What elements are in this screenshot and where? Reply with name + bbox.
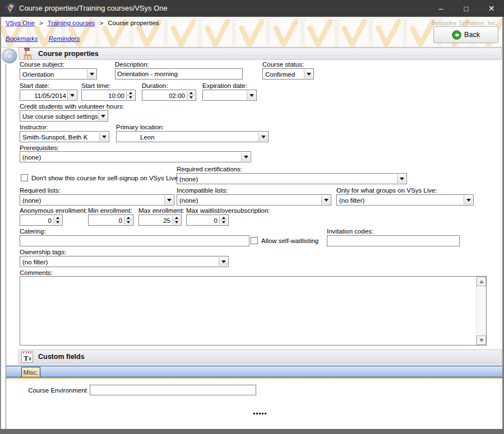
description-label: Description: xyxy=(115,61,149,68)
instructor-value: Smith-Sunspot, Beth K xyxy=(20,132,100,141)
window-border-left xyxy=(0,17,1,434)
dropdown-arrow-icon[interactable] xyxy=(321,195,330,204)
spin-up-icon[interactable] xyxy=(220,216,228,220)
course-subject-value: Orientation xyxy=(20,69,87,78)
minimize-button[interactable]: – xyxy=(428,0,454,17)
back-button[interactable]: Back xyxy=(433,26,498,43)
dropdown-arrow-icon[interactable] xyxy=(247,91,256,100)
prerequisites-select[interactable]: (none) xyxy=(20,151,251,162)
required-certifications-label: Required certifications: xyxy=(177,166,242,173)
invitation-codes-input[interactable] xyxy=(327,235,460,246)
course-subject-select[interactable]: Orientation xyxy=(20,68,97,80)
self-signup-checkbox-label[interactable]: Don't show this course for self-signup o… xyxy=(31,175,178,182)
spin-up-icon[interactable] xyxy=(187,91,195,95)
dropdown-arrow-icon[interactable] xyxy=(397,174,406,183)
spin-up-icon[interactable] xyxy=(173,216,181,220)
section-header-bar: Course properties xyxy=(19,48,502,60)
ownership-tags-select[interactable]: (no filter) xyxy=(20,256,229,267)
course-status-label: Course status: xyxy=(262,61,304,68)
anonymous-enrollment-spinner[interactable]: 0 xyxy=(20,214,63,226)
start-date-picker[interactable]: 11/05/2014 xyxy=(20,90,77,101)
spin-down-icon[interactable] xyxy=(187,95,195,100)
ownership-tags-label: Ownership tags: xyxy=(20,249,66,256)
comments-textarea[interactable] xyxy=(20,276,487,346)
spin-down-icon[interactable] xyxy=(127,95,135,100)
spin-up-icon[interactable] xyxy=(124,216,132,220)
groups-filter-value: (no filter) xyxy=(337,195,464,204)
course-environment-input[interactable] xyxy=(90,385,256,395)
bookmarks-link[interactable]: Bookmarks xyxy=(6,35,38,42)
breadcrumb-section-link[interactable]: Training courses xyxy=(48,20,95,26)
course-status-select[interactable]: Confirmed xyxy=(262,68,314,80)
course-environment-label: Course Environment xyxy=(20,387,87,394)
expiration-date-label: Expiration date: xyxy=(202,82,247,90)
credit-hours-select[interactable]: Use course subject settings xyxy=(20,110,108,122)
max-enrollment-label: Max enrollment: xyxy=(138,207,184,214)
spin-down-icon[interactable] xyxy=(220,220,228,225)
min-enrollment-spinner[interactable]: 0 xyxy=(88,214,133,226)
dropdown-arrow-icon[interactable] xyxy=(67,91,76,100)
spin-up-icon[interactable] xyxy=(127,91,135,95)
max-waitlist-label: Max waitlist/oversubscription: xyxy=(186,207,270,214)
description-input[interactable] xyxy=(115,68,243,80)
dropdown-arrow-icon[interactable] xyxy=(304,69,313,78)
dropdown-arrow-icon[interactable] xyxy=(258,132,267,141)
max-enrollment-spinner[interactable]: 25 xyxy=(138,214,182,226)
allow-self-waitlisting-label[interactable]: Allow self-waitlisting xyxy=(261,237,318,245)
incompatible-lists-select[interactable]: (none) xyxy=(177,194,331,206)
breadcrumb-separator: > xyxy=(39,20,43,26)
expiration-date-picker[interactable] xyxy=(202,90,257,101)
text-number-icon: T # xyxy=(21,351,33,363)
top-strip: VSys One > Training courses > Course pro… xyxy=(1,17,502,48)
anonymous-enrollment-label: Anonymous enrollment: xyxy=(20,207,87,214)
dropdown-arrow-icon[interactable] xyxy=(164,195,173,204)
allow-self-waitlisting-checkbox[interactable] xyxy=(251,237,258,244)
duration-spinner[interactable]: 02:00 xyxy=(142,90,196,101)
start-time-label: Start time: xyxy=(81,82,110,90)
credit-hours-label: Credit students with volunteer hours: xyxy=(20,103,124,110)
catering-input[interactable] xyxy=(20,235,249,246)
start-time-spinner[interactable]: 10:00 xyxy=(81,90,136,101)
dropdown-arrow-icon[interactable] xyxy=(241,152,250,161)
page-title: Course properties xyxy=(38,48,99,59)
self-signup-checkbox[interactable] xyxy=(21,174,28,181)
scroll-down-icon[interactable] xyxy=(477,335,486,345)
expiration-date-value xyxy=(203,90,247,92)
spin-up-icon[interactable] xyxy=(54,216,62,220)
quick-links: Bookmarks Reminders xyxy=(6,35,89,42)
comments-scrollbar[interactable] xyxy=(476,277,486,345)
spin-down-icon[interactable] xyxy=(54,220,62,225)
title-bar: Course properties/Training courses/VSys … xyxy=(0,0,504,17)
course-properties-window: Course properties/Training courses/VSys … xyxy=(0,0,504,434)
maximize-button[interactable]: □ xyxy=(454,0,479,17)
max-waitlist-spinner[interactable]: 0 xyxy=(186,214,229,226)
max-waitlist-value: 0 xyxy=(187,215,219,224)
instructor-select[interactable]: Smith-Sunspot, Beth K xyxy=(20,131,109,142)
required-lists-value: (none) xyxy=(20,195,165,204)
close-button[interactable]: ✕ xyxy=(479,0,504,17)
required-certifications-select[interactable]: (none) xyxy=(177,173,407,184)
dropdown-arrow-icon[interactable] xyxy=(98,111,107,120)
dropdown-arrow-icon[interactable] xyxy=(99,132,108,141)
grip-dots xyxy=(253,413,266,414)
tab-misc[interactable]: Misc. xyxy=(21,367,40,377)
back-button-label: Back xyxy=(464,31,480,39)
required-lists-select[interactable]: (none) xyxy=(20,194,174,206)
ownership-tags-value: (no filter) xyxy=(20,256,219,265)
incompatible-lists-value: (none) xyxy=(177,195,322,204)
dropdown-arrow-icon[interactable] xyxy=(464,195,473,204)
expander-play-icon[interactable] xyxy=(2,48,17,64)
spin-down-icon[interactable] xyxy=(124,220,132,225)
min-enrollment-value: 0 xyxy=(89,215,124,224)
dropdown-arrow-icon[interactable] xyxy=(87,69,96,78)
primary-location-select[interactable]: Leon xyxy=(116,131,269,142)
course-status-value: Confirmed xyxy=(263,69,304,78)
window-border-bottom xyxy=(0,429,504,434)
prerequisites-label: Prerequisites: xyxy=(20,144,59,152)
scroll-up-icon[interactable] xyxy=(477,277,486,286)
reminders-link[interactable]: Reminders xyxy=(49,35,80,42)
spin-down-icon[interactable] xyxy=(173,220,181,225)
groups-filter-select[interactable]: (no filter) xyxy=(336,194,474,206)
dropdown-arrow-icon[interactable] xyxy=(219,257,228,266)
breadcrumb-home-link[interactable]: VSys One xyxy=(6,20,35,26)
